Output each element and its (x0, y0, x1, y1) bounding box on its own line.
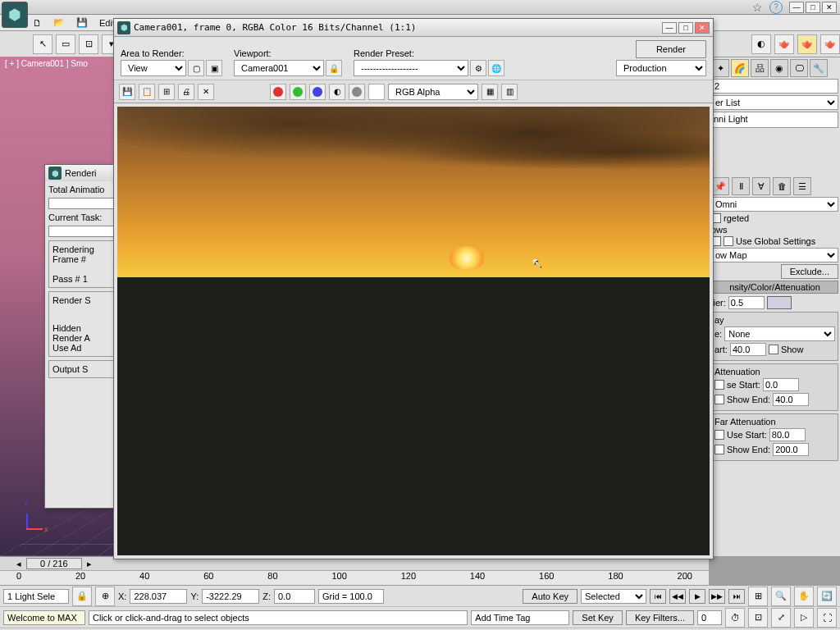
time-ruler[interactable]: 0 20 40 60 80 100 120 140 160 180 200 (0, 570, 709, 585)
close-button[interactable]: ✕ (822, 2, 837, 13)
favorite-icon[interactable]: ☆ (752, 1, 763, 14)
file-open-icon[interactable]: 📂 (53, 17, 65, 28)
multiplier-spinner[interactable] (728, 296, 765, 309)
autokey-button[interactable]: Auto Key (523, 589, 578, 604)
toggle-overlay-icon[interactable]: ▦ (482, 84, 498, 100)
zoom-extents-icon[interactable]: ⤢ (771, 608, 791, 628)
window-crossing-icon[interactable]: ⊡ (79, 34, 98, 54)
play-icon[interactable]: ▶ (689, 589, 705, 604)
file-new-icon[interactable]: 🗋 (33, 18, 42, 28)
zoom-icon[interactable]: 🔍 (771, 587, 791, 606)
lock-selection-icon[interactable]: 🔒 (72, 587, 92, 606)
red-channel-toggle[interactable] (270, 84, 286, 100)
lock-viewport-icon[interactable]: 🔒 (326, 60, 342, 76)
light-type-select[interactable]: Omni (711, 197, 838, 212)
min-max-toggle-icon[interactable]: ⊡ (748, 608, 768, 628)
quick-render-icon[interactable]: 🫖 (820, 34, 840, 54)
viewport-label[interactable]: [ + ] Camera001 ] Smo (5, 59, 88, 68)
orbit-icon[interactable]: 🔄 (817, 587, 837, 606)
file-save-icon[interactable]: 💾 (76, 17, 88, 28)
transform-center-icon[interactable]: ⊕ (95, 587, 115, 606)
near-show-checkbox[interactable] (714, 395, 724, 404)
time-slider-thumb[interactable]: 0 / 216 (26, 558, 82, 569)
render-close-button[interactable]: ✕ (695, 22, 710, 34)
render-maximize-button[interactable]: □ (678, 22, 693, 34)
far-use-checkbox[interactable] (714, 430, 724, 440)
motion-tab-icon[interactable]: ◉ (770, 59, 788, 77)
show-result-icon[interactable]: Ⅱ (732, 177, 750, 195)
toggle-ui-icon[interactable]: ▥ (501, 84, 518, 100)
time-prev-icon[interactable]: ◂ (16, 559, 21, 569)
clear-icon[interactable]: ✕ (198, 84, 214, 100)
time-next-icon[interactable]: ▸ (87, 559, 92, 569)
clone-window-icon[interactable]: ⊞ (158, 84, 175, 100)
render-minimize-button[interactable]: — (662, 22, 677, 34)
render-button[interactable]: Render (636, 40, 706, 58)
modifier-list-select[interactable]: er List (711, 95, 838, 110)
near-start-spinner[interactable] (763, 378, 799, 391)
light-color-swatch[interactable] (767, 296, 792, 309)
utilities-tab-icon[interactable]: 🔧 (810, 59, 828, 77)
near-use-checkbox[interactable] (714, 380, 724, 390)
configure-icon[interactable]: ☰ (793, 177, 811, 195)
mono-toggle[interactable] (349, 84, 365, 100)
key-mode-select[interactable]: Selected (581, 589, 646, 604)
environment-icon[interactable]: 🌐 (488, 60, 504, 76)
viewport-select[interactable]: Camera001 (234, 60, 324, 76)
copy-image-icon[interactable]: 📋 (139, 84, 155, 100)
near-end-spinner[interactable] (773, 393, 809, 406)
next-frame-icon[interactable]: ▶▶ (709, 589, 725, 604)
production-select[interactable]: Production (616, 60, 706, 76)
viewport-nav-icon[interactable]: ⊞ (748, 587, 768, 606)
select-tool-icon[interactable]: ↖ (33, 34, 52, 54)
green-channel-toggle[interactable] (290, 84, 306, 100)
rect-select-icon[interactable]: ▭ (56, 34, 75, 54)
pin-stack-icon[interactable]: 📌 (711, 177, 729, 195)
coord-x[interactable]: 228.037 (130, 589, 187, 604)
remove-mod-icon[interactable]: 🗑 (773, 177, 791, 195)
global-checkbox[interactable] (724, 236, 733, 246)
hierarchy-tab-icon[interactable]: 品 (751, 59, 769, 77)
bg-color-swatch[interactable] (368, 84, 385, 100)
decay-show-checkbox[interactable] (769, 345, 778, 354)
shadow-type-select[interactable]: ow Map (711, 248, 838, 262)
decay-start-spinner[interactable] (730, 343, 766, 356)
prev-frame-icon[interactable]: ◀◀ (669, 589, 686, 604)
channel-display-select[interactable]: RGB Alpha (388, 84, 478, 100)
modify-tab-icon[interactable]: 🌈 (731, 59, 749, 77)
render-output-canvas[interactable]: ↖ (117, 107, 710, 555)
object-name-field[interactable] (711, 79, 838, 94)
exclude-button[interactable]: Exclude... (781, 264, 838, 279)
render-frame-icon[interactable]: 🫖 (797, 34, 817, 54)
coord-z[interactable]: 0.0 (274, 589, 315, 604)
timeline[interactable]: ◂ 0 / 216 ▸ 0 20 40 60 80 100 120 140 16… (0, 556, 709, 585)
time-config-icon[interactable]: ⏱ (725, 608, 745, 628)
field-of-view-icon[interactable]: ▷ (794, 608, 814, 628)
print-icon[interactable]: 🖨 (178, 84, 194, 100)
maximize-button[interactable]: □ (806, 2, 820, 13)
material-editor-icon[interactable]: ◐ (751, 34, 771, 54)
time-tag[interactable]: Add Time Tag (471, 610, 569, 625)
render-setup-shortcut-icon[interactable]: ⚙ (470, 60, 486, 76)
blue-channel-toggle[interactable] (309, 84, 326, 100)
edit-region-icon[interactable]: ▢ (188, 60, 204, 76)
render-preset-select[interactable]: ------------------- (354, 60, 468, 76)
goto-end-icon[interactable]: ⏭ (728, 589, 745, 604)
create-tab-icon[interactable]: ✦ (711, 59, 729, 77)
unique-icon[interactable]: ∀ (752, 177, 770, 195)
goto-start-icon[interactable]: ⏮ (650, 589, 666, 604)
far-show-checkbox[interactable] (714, 445, 724, 454)
save-image-icon[interactable]: 💾 (119, 84, 135, 100)
far-end-spinner[interactable] (773, 443, 809, 456)
auto-region-icon[interactable]: ▣ (206, 60, 222, 76)
coord-y[interactable]: -3222.29 (202, 589, 259, 604)
render-window-titlebar[interactable]: ⬢ Camera001, frame 0, RGBA Color 16 Bits… (114, 19, 713, 37)
display-tab-icon[interactable]: 🖵 (790, 59, 808, 77)
setkey-button[interactable]: Set Key (573, 610, 623, 625)
intensity-rollout[interactable]: nsity/Color/Attenuation (711, 281, 838, 294)
minimize-button[interactable]: — (789, 2, 804, 13)
far-start-spinner[interactable] (769, 428, 806, 441)
maximize-viewport-icon[interactable]: ⛶ (817, 608, 837, 628)
alpha-channel-toggle[interactable]: ◐ (329, 84, 345, 100)
modifier-stack-item[interactable]: nni Light (711, 112, 838, 128)
